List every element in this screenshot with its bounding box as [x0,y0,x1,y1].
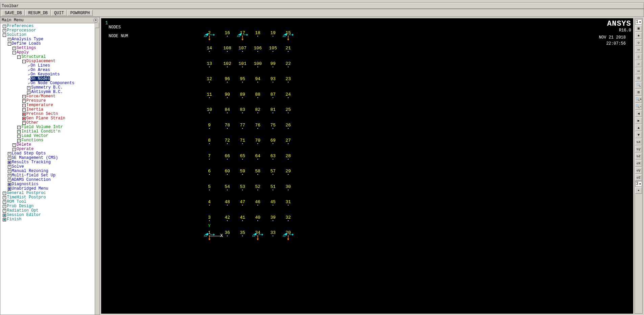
node-label: 102 [223,61,231,66]
right-view-icon[interactable]: ▯ [635,53,642,60]
resum-db-button[interactable]: RESUM_DB [25,10,51,16]
expand-icon[interactable]: − [17,55,21,59]
scroll-thumb[interactable] [95,23,99,28]
version-text: R16.0 [607,28,631,33]
expand-icon[interactable]: + [3,192,6,195]
node-label: 58 [255,169,260,174]
node-label: 94 [255,76,260,81]
node-label: 25 [285,107,291,112]
graphics-canvas[interactable]: 1 NODES NODE NUM ANSYS R16.0 NOV 21 2018… [101,18,633,314]
expand-icon[interactable]: + [13,143,16,147]
node-dot [273,97,273,98]
expand-icon[interactable]: + [22,99,26,103]
expand-icon[interactable]: + [22,121,26,125]
zoom-out-icon[interactable]: 🔍- [635,103,642,110]
expand-icon[interactable]: − [22,60,26,63]
expand-icon[interactable]: + [3,196,6,199]
rotate-neg-z-icon[interactable]: ↺z [635,174,642,181]
node-label: 9 [208,123,211,128]
save-db-button[interactable]: SAVE_DB [2,10,25,16]
powrgrph-button[interactable]: POWRGRPH [67,10,93,16]
expand-icon[interactable]: + [3,200,6,204]
viewport-select-top[interactable]: 1▾ [635,19,642,25]
node-dot [242,67,243,67]
node-label: 81 [270,107,276,112]
expand-icon[interactable]: + [3,25,6,28]
expand-icon[interactable]: + [22,104,26,107]
pan-left-icon[interactable]: ◀ [635,110,642,117]
dynamic-mode-icon[interactable]: ✦ [635,187,642,194]
pan-up-icon[interactable]: ▲ [635,124,642,131]
node-label: 64 [255,153,260,159]
svg-marker-6 [238,33,241,36]
arrow-icon: ↗ [27,77,30,81]
tree-item[interactable]: ▦Finish [0,217,99,222]
node-dot [209,67,210,67]
zoom-win-icon[interactable]: ⊞ [635,89,642,96]
zoom-fit-icon[interactable]: ⊡ [635,75,642,81]
node-dot [257,143,258,144]
node-label: 18 [255,30,260,35]
expand-icon[interactable]: + [13,148,16,151]
constraint-marker [282,230,294,242]
main-menu-sidebar: Main Menu ⊙ +Preferences +Preprocessor −… [0,17,100,315]
tree-item[interactable]: +Settings [0,46,99,50]
front-view-icon[interactable]: ▭ [635,46,642,53]
oblique-view-icon[interactable]: ◇ [635,39,642,46]
expand-icon[interactable]: + [8,38,11,41]
expand-icon[interactable]: + [22,95,26,98]
rotate-z-icon[interactable]: ↻z [635,153,642,160]
node-dot [242,190,243,190]
node-label: 65 [240,153,245,159]
expand-icon[interactable]: + [13,47,16,50]
tree-item[interactable]: +Delete [0,143,99,147]
expand-icon[interactable]: + [3,209,6,213]
node-dot [227,236,228,236]
tree-item[interactable]: −Define Loads [0,42,99,46]
pan-down-icon[interactable]: ▼ [635,131,642,138]
expand-icon[interactable]: + [8,156,11,160]
expand-icon[interactable]: + [8,170,11,173]
expand-icon[interactable]: + [27,91,30,94]
tree-item[interactable]: +Functions [0,138,99,143]
expand-icon[interactable]: + [17,135,21,138]
rotate-neg-y-icon[interactable]: ↺y [635,167,642,174]
window-layout-icon[interactable]: ▦ [635,25,642,32]
iso-view-icon[interactable]: ◈ [635,32,642,39]
collapse-icon[interactable]: ⊙ [93,18,98,23]
node-dot [288,97,289,98]
expand-icon[interactable]: + [8,178,11,182]
tree-label: Unabridged Menu [12,186,48,191]
node-dot [227,190,228,190]
expand-icon[interactable]: − [13,51,16,54]
expand-icon[interactable]: + [3,205,6,208]
expand-icon[interactable]: + [3,29,6,32]
expand-icon[interactable]: + [17,130,21,134]
svg-marker-29 [262,234,263,236]
expand-icon[interactable]: + [27,86,30,90]
rate-select[interactable]: 3▾ [635,181,642,187]
tree-label: Pressure [26,98,46,103]
expand-icon[interactable]: + [8,174,11,177]
expand-icon[interactable]: − [3,33,6,37]
expand-icon[interactable]: + [22,108,26,112]
expand-icon[interactable]: − [8,42,11,46]
top-view-icon[interactable]: ▱ [635,60,642,67]
quit-button[interactable]: QUIT [51,10,67,16]
rotate-neg-x-icon[interactable]: ↺x [635,160,642,167]
node-label: 88 [255,92,260,97]
rotate-x-icon[interactable]: ↻x [635,139,642,145]
expand-icon[interactable]: + [17,139,21,142]
rotate-y-icon[interactable]: ↻y [635,146,642,152]
expand-icon[interactable]: + [8,165,11,169]
node-dot [288,128,289,129]
back-view-icon[interactable]: ▭ [635,68,642,74]
zoom-in-icon[interactable]: 🔍+ [635,96,642,103]
expand-icon[interactable]: + [17,126,21,129]
node-label: 83 [240,107,245,112]
expand-icon[interactable]: + [8,152,11,155]
pan-right-icon[interactable]: ▶ [635,117,642,124]
zoom-box-icon[interactable]: 🔍 [635,82,642,89]
tree-scrollbar[interactable] [95,23,99,315]
node-dot [257,113,258,113]
